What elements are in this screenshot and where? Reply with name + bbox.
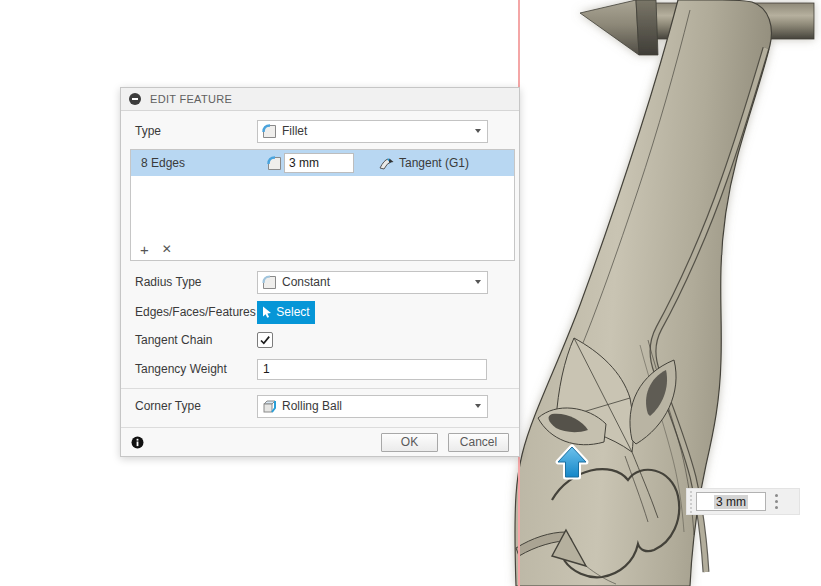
edge-continuity-value: Tangent (G1): [399, 156, 469, 170]
chevron-down-icon: [475, 280, 481, 284]
manipulator-input-panel: 3 mm: [686, 488, 800, 515]
add-selection-button[interactable]: +: [140, 242, 149, 257]
edge-row-label: 8 Edges: [141, 156, 267, 170]
manipulator-radius-value: 3 mm: [714, 495, 748, 509]
constant-radius-icon: [262, 275, 277, 290]
cancel-button[interactable]: Cancel: [448, 433, 509, 452]
rolling-ball-icon: [262, 399, 277, 414]
edge-radius-input[interactable]: [284, 153, 354, 173]
dialog-title: EDIT FEATURE: [150, 93, 232, 105]
model-cone-base: [636, 0, 658, 55]
select-button[interactable]: Select: [257, 301, 315, 324]
radius-type-label: Radius Type: [135, 275, 257, 289]
dialog-header[interactable]: EDIT FEATURE: [121, 88, 519, 111]
edges-faces-label: Edges/Faces/Features: [135, 305, 257, 319]
chevron-down-icon: [475, 129, 481, 133]
collapse-minus-icon[interactable]: [129, 93, 141, 105]
radius-type-dropdown[interactable]: Constant: [257, 271, 488, 294]
corner-type-label: Corner Type: [135, 399, 257, 413]
checkmark-icon: [259, 334, 271, 346]
edge-selection-list[interactable]: 8 Edges Tangent (G1) +: [130, 149, 515, 261]
edge-row-selected[interactable]: 8 Edges Tangent (G1): [131, 150, 514, 176]
fillet-icon: [267, 156, 282, 171]
tangency-weight-input[interactable]: [257, 359, 487, 380]
drag-handle-icon[interactable]: [690, 491, 692, 513]
type-dropdown[interactable]: Fillet: [257, 120, 488, 143]
chevron-down-icon: [475, 404, 481, 408]
tangent-chain-label: Tangent Chain: [135, 333, 257, 347]
manipulator-radius-input[interactable]: 3 mm: [696, 492, 766, 511]
info-icon[interactable]: [131, 436, 144, 449]
type-value: Fillet: [282, 124, 470, 138]
tangent-chain-checkbox[interactable]: [257, 332, 273, 348]
ok-button[interactable]: OK: [381, 433, 438, 452]
edit-feature-dialog: EDIT FEATURE Type Fillet 8 Edges: [120, 87, 520, 457]
remove-selection-button[interactable]: ✕: [162, 242, 172, 257]
radius-type-value: Constant: [282, 275, 470, 289]
corner-type-value: Rolling Ball: [282, 399, 470, 413]
kebab-menu-icon[interactable]: [775, 494, 778, 509]
fillet-icon: [262, 124, 277, 139]
cursor-arrow-icon: [262, 306, 272, 319]
model-cone-spike: [580, 0, 639, 55]
corner-type-dropdown[interactable]: Rolling Ball: [257, 395, 488, 418]
select-button-label: Select: [276, 305, 309, 319]
tangent-g1-icon: [379, 156, 394, 171]
tangency-weight-label: Tangency Weight: [135, 362, 257, 376]
type-label: Type: [135, 124, 257, 138]
